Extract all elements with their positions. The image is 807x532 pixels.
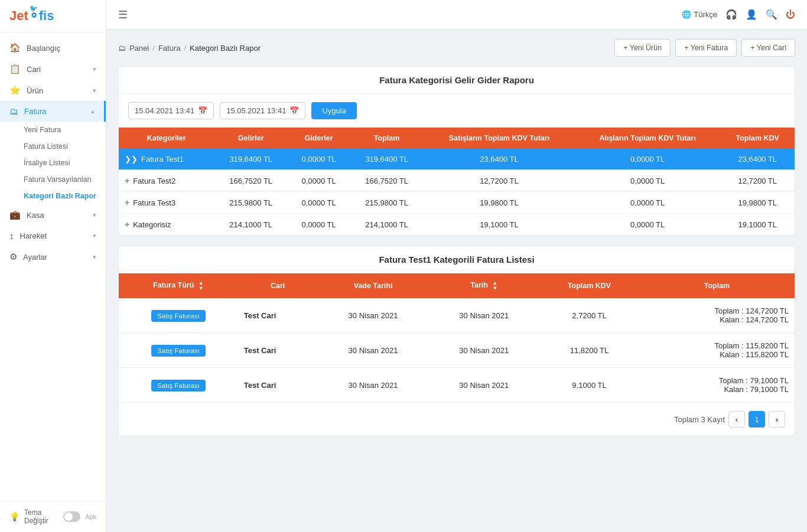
inv-vade: 30 Nisan 2021 [318,298,429,333]
sidebar-item-fatura[interactable]: 🗂 Fatura ▴ [0,101,106,122]
inv-tarih: 30 Nisan 2021 [428,368,539,403]
headset-icon[interactable]: 🎧 [725,9,737,20]
pagination-next-button[interactable]: › [769,411,785,427]
language-selector[interactable]: 🌐 Türkçe [682,10,717,19]
cari-icon: 📋 [9,64,21,74]
sidebar-label-cari: Cari [27,65,41,74]
globe-icon: 🌐 [682,10,691,19]
sidebar-item-kategori-bazli-rapor[interactable]: Kategori Bazlı Rapor [0,188,106,204]
chevron-down-icon: ▾ [93,211,96,219]
breadcrumb-fatura[interactable]: Fatura [158,44,181,53]
date-from-input[interactable]: 15.04.2021 13:41 📅 [128,102,214,119]
theme-switch[interactable] [63,511,80,522]
sidebar-item-fatura-listesi[interactable]: Fatura Listesi [0,138,106,155]
inv-kdv: 2,7200 TL [539,298,639,333]
date-to-input[interactable]: 15.05.2021 13:41 📅 [220,102,305,119]
row-kategori: ❯❯ Fatura Test1 [119,149,214,170]
inv-vade: 30 Nisan 2021 [318,368,429,403]
toggle-knob [64,513,73,521]
row-toplam: 319,6400 TL [350,149,424,170]
breadcrumb-sep2: / [184,44,186,53]
sidebar-item-fatura-varsayilanlari[interactable]: Fatura Varsayılanları [0,171,106,188]
calendar-from-icon: 📅 [198,106,207,115]
row-toplam-kdv: 12,7200 TL [720,170,795,192]
fatura-icon: 🗂 [9,106,18,116]
pagination-page-1-button[interactable]: 1 [749,411,765,427]
main-area: ☰ 🌐 Türkçe 🎧 👤 🔍 ⏻ 🗂 Panel / Fatura / Ka… [106,0,807,532]
inv-kalan-value: Kalan : 115,8200 TL [645,350,789,359]
table-row[interactable]: + Fatura Test2 166,7520 TL 0,0000 TL 166… [119,170,795,192]
pagination-prev-button[interactable]: ‹ [728,411,745,427]
sidebar-item-baslangic[interactable]: 🏠 Başlangıç [0,37,106,58]
list-item[interactable]: Satış Faturası Test Cari 30 Nisan 2021 3… [119,368,795,403]
breadcrumb-current: Kategori Bazlı Rapor [190,44,261,53]
sidebar-bottom: 💡 Tema Değiştir Apk [0,501,106,532]
inv-tur: Satış Faturası [119,368,238,403]
row-toplam-kdv: 23,6400 TL [720,149,795,170]
row-alis-kdv: 0,0000 TL [575,192,721,214]
sidebar-item-cari[interactable]: 📋 Cari ▾ [0,58,106,80]
sidebar-item-ayarlar[interactable]: ⚙ Ayarlar ▾ [0,246,106,267]
report-table-header: Kategoriler Gelirler Giderler Toplam Sat… [119,128,795,149]
pagination-row: Toplam 3 Kayıt ‹ 1 › [119,403,795,436]
chevron-down-icon: ▾ [93,87,96,94]
col-alis-kdv: Alışların Toplam KDV Tutarı [575,128,721,149]
home-icon: 🏠 [9,43,21,53]
chevron-down-icon: ▾ [93,66,96,73]
plus-icon: + [125,220,129,229]
inv-toplam-value: Toplam : 124,7200 TL [645,306,789,315]
inv-cari: Test Cari [238,333,318,368]
sidebar-item-yeni-fatura[interactable]: Yeni Fatura [0,122,106,138]
sidebar-label-fatura: Fatura [24,107,47,116]
theme-toggle[interactable]: 💡 Tema Değiştir Apk [9,508,96,525]
inv-tur: Satış Faturası [119,333,238,368]
inv-kdv: 9,1000 TL [539,368,639,403]
yeni-urun-button[interactable]: + Yeni Ürün [614,39,671,57]
inv-col-vade: Vade Tarihi [318,273,429,298]
inv-tur: Satış Faturası [119,298,238,333]
inv-col-toplam: Toplam [639,273,795,298]
urun-icon: ⭐ [9,85,21,96]
language-label: Türkçe [694,10,717,19]
power-icon[interactable]: ⏻ [786,9,795,20]
row-alis-kdv: 0,0000 TL [575,149,721,170]
table-row[interactable]: ❯❯ Fatura Test1 319,6400 TL 0,0000 TL 31… [119,149,795,170]
report-card-title: Fatura Kategorisi Gelir Gider Raporu [119,67,795,94]
row-toplam: 214,1000 TL [350,214,424,236]
row-kategori: + Fatura Test2 [119,170,214,192]
yeni-cari-button[interactable]: + Yeni Cari [741,39,795,57]
breadcrumb-panel[interactable]: Panel [129,44,149,53]
user-icon[interactable]: 👤 [746,9,757,20]
plus-icon: + [125,198,129,207]
sidebar-item-irsaliye-listesi[interactable]: İrsaliye Listesi [0,155,106,171]
inv-kdv: 11,8200 TL [539,333,639,368]
inv-cari: Test Cari [238,298,318,333]
date-from-value: 15.04.2021 13:41 [135,106,194,115]
table-row[interactable]: + Fatura Test3 215,9800 TL 0,0000 TL 215… [119,192,795,214]
calendar-to-icon: 📅 [289,106,299,115]
row-alis-kdv: 0,0000 TL [575,170,721,192]
invoice-list-card: Fatura Test1 Kategorili Fatura Listesi F… [118,246,795,436]
logo: Jet⚬🐦fis [9,8,96,24]
sidebar-item-kasa[interactable]: 💼 Kasa ▾ [0,204,106,226]
sidebar-label-urun: Ürün [27,86,43,95]
sidebar-item-urun[interactable]: ⭐ Ürün ▾ [0,80,106,101]
hamburger-menu-icon[interactable]: ☰ [118,8,128,21]
sidebar-label-baslangic: Başlangıç [27,44,60,53]
main-content: 🗂 Panel / Fatura / Kategori Bazlı Rapor … [106,30,807,532]
arrow-right-icon: ❯❯ [125,155,138,164]
invoice-list-title: Fatura Test1 Kategorili Fatura Listesi [119,246,795,273]
list-item[interactable]: Satış Faturası Test Cari 30 Nisan 2021 3… [119,298,795,333]
table-row[interactable]: + Kategorisiz 214,1000 TL 0,0000 TL 214,… [119,214,795,236]
col-kategoriler: Kategoriler [119,128,214,149]
list-item[interactable]: Satış Faturası Test Cari 30 Nisan 2021 3… [119,333,795,368]
breadcrumb-sep1: / [152,44,155,53]
sidebar-item-hareket[interactable]: ↕ Hareket ▾ [0,226,106,246]
yeni-fatura-button[interactable]: + Yeni Fatura [675,39,737,57]
inv-toplam-value: Toplam : 115,8200 TL [645,341,789,350]
inv-kalan-value: Kalan : 124,7200 TL [645,315,789,324]
apply-button[interactable]: Uygula [311,102,356,119]
satis-faturasi-badge: Satış Faturası [151,380,206,391]
search-icon[interactable]: 🔍 [766,9,777,20]
kasa-icon: 💼 [9,210,21,220]
